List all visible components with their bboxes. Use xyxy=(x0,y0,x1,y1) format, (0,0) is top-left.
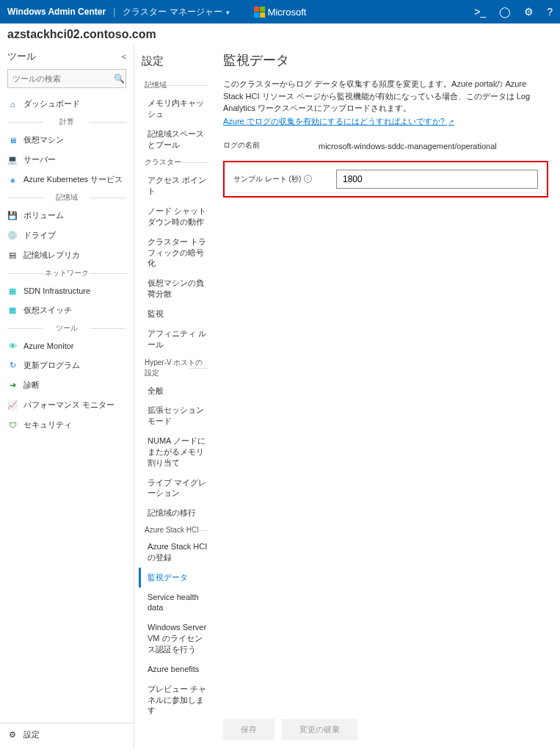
nav-aks[interactable]: ⎈Azure Kubernetes サービス xyxy=(0,170,134,189)
context-switcher[interactable]: クラスター マネージャー ▾ xyxy=(123,6,230,18)
set-node-shutdown[interactable]: ノード シャットダウン時の動作 xyxy=(139,201,211,232)
set-section-cluster: クラスター xyxy=(139,154,207,170)
set-ws-vm-lic[interactable]: Windows Server VM のライセンス認証を行う xyxy=(139,618,211,659)
nav-label: 診断 xyxy=(23,380,40,391)
help-icon[interactable]: ? xyxy=(547,6,553,18)
nav-vswitch[interactable]: ▩仮想スイッチ xyxy=(0,300,134,320)
header-brand: Microsoft xyxy=(254,7,307,18)
log-name-value: microsoft-windows-sddc-management/operat… xyxy=(223,142,548,151)
set-mem-cache[interactable]: メモリ内キャッシュ xyxy=(139,93,211,124)
set-hci-reg[interactable]: Azure Stack HCI の登録 xyxy=(139,537,211,568)
tools-header: ツール < xyxy=(0,47,134,69)
info-icon[interactable]: i xyxy=(304,175,312,183)
perfmon-icon: 📈 xyxy=(7,400,18,411)
settings-gear-icon[interactable]: ⚙ xyxy=(524,6,534,18)
kubernetes-icon: ⎈ xyxy=(7,175,18,185)
nav-label: サーバー xyxy=(23,154,56,165)
set-storage-space[interactable]: 記憶域スペースとプール xyxy=(139,124,211,155)
drive-icon: 💿 xyxy=(7,231,18,241)
monitor-icon: 👁 xyxy=(7,341,18,351)
action-bar: 保存 変更の破棄 xyxy=(223,719,357,740)
discard-button[interactable]: 変更の破棄 xyxy=(282,719,357,740)
nav-label: SDN Infrastructure xyxy=(23,286,90,295)
set-section-hyperv: Hyper-V ホストの設定 xyxy=(139,355,207,381)
nav-label: 仮想マシン xyxy=(23,134,64,145)
tools-title: ツール xyxy=(7,50,36,63)
nav-azmon[interactable]: 👁Azure Monitor xyxy=(0,336,134,355)
replica-icon: ▤ xyxy=(7,250,18,261)
footer-label: 設定 xyxy=(23,729,40,740)
external-link-icon: ↗ xyxy=(448,118,454,126)
nav-label: ダッシュボード xyxy=(23,98,80,109)
set-storage-mig[interactable]: 記憶域の移行 xyxy=(139,503,211,523)
microsoft-logo-icon xyxy=(254,7,265,18)
nav-settings-footer[interactable]: ⚙ 設定 xyxy=(0,723,134,746)
set-monitor-data[interactable]: 監視データ xyxy=(139,568,211,588)
sample-rate-label-group: サンプル レート (秒) i xyxy=(233,174,321,184)
gear-icon: ⚙ xyxy=(7,730,18,740)
sdn-icon: ▦ xyxy=(7,286,18,296)
chevron-down-icon: ▾ xyxy=(226,9,230,16)
log-name-field: ログの名前 microsoft-windows-sddc-management/… xyxy=(223,140,548,151)
nav-label: セキュリティ xyxy=(23,419,72,430)
save-button[interactable]: 保存 xyxy=(223,719,274,740)
nav-vm[interactable]: 🖥仮想マシン xyxy=(0,130,134,150)
nav-label: 記憶域レプリカ xyxy=(23,250,80,261)
section-tools: ツール xyxy=(7,323,126,333)
server-icon: 💻 xyxy=(7,155,18,165)
nav-security[interactable]: 🛡セキュリティ xyxy=(0,415,134,435)
home-icon: ⌂ xyxy=(7,99,18,109)
description-text: このクラスターからログ データを収集する頻度を変更します。Azure porta… xyxy=(223,78,548,115)
nav-storage-replica[interactable]: ▤記憶域レプリカ xyxy=(0,245,134,265)
nav-label: Azure Kubernetes サービス xyxy=(23,174,123,185)
vswitch-icon: ▩ xyxy=(7,306,18,316)
set-numa[interactable]: NUMA ノードにまたがるメモリ割り当て xyxy=(139,431,211,473)
nav-server[interactable]: 💻サーバー xyxy=(0,150,134,170)
set-az-benefits[interactable]: Azure benefits xyxy=(139,659,211,679)
nav-perfmon[interactable]: 📈パフォーマンス モニター xyxy=(0,395,134,415)
nav-sdn[interactable]: ▦SDN Infrastructure xyxy=(0,281,134,300)
settings-title: 設定 xyxy=(139,51,211,77)
context-label: クラスター マネージャー xyxy=(123,7,222,17)
notifications-icon[interactable]: ◯ xyxy=(499,6,511,18)
set-enh-session[interactable]: 拡張セッション モード xyxy=(139,400,211,431)
set-affinity[interactable]: アフィニティ ルール xyxy=(139,324,211,355)
top-header: Windows Admin Center | クラスター マネージャー ▾ Mi… xyxy=(0,0,560,24)
shield-icon: 🛡 xyxy=(7,420,18,430)
collapse-chevron-icon[interactable]: < xyxy=(122,52,126,61)
set-preview[interactable]: プレビュー チャネルに参加します xyxy=(139,679,211,721)
nav-drive[interactable]: 💿ドライブ xyxy=(0,225,134,245)
sample-rate-input[interactable] xyxy=(336,170,538,189)
nav-diag[interactable]: ➔診断 xyxy=(0,375,134,395)
search-icon: 🔍 xyxy=(114,73,125,84)
header-divider: | xyxy=(110,7,118,17)
tools-search[interactable]: 🔍 xyxy=(7,69,126,88)
help-link[interactable]: Azure でログの収集を有効にするにはどうすればよいですか? ↗ xyxy=(223,117,454,126)
nav-label: ボリューム xyxy=(23,210,64,221)
search-input[interactable] xyxy=(12,74,114,83)
set-general[interactable]: 全般 xyxy=(139,381,211,401)
set-traffic-enc[interactable]: クラスター トラフィックの暗号化 xyxy=(139,232,211,274)
section-compute: 計算 xyxy=(7,117,126,127)
nav-updates[interactable]: ↻更新プログラム xyxy=(0,355,134,375)
set-live-mig[interactable]: ライブ マイグレーション xyxy=(139,473,211,504)
set-section-storage: 記憶域 xyxy=(139,77,207,93)
set-monitoring[interactable]: 監視 xyxy=(139,304,211,324)
nav-volume[interactable]: 💾ボリューム xyxy=(0,206,134,225)
nav-dashboard[interactable]: ⌂ダッシュボード xyxy=(0,94,134,114)
set-svc-health[interactable]: Service health data xyxy=(139,588,211,618)
set-vm-lb[interactable]: 仮想マシンの負荷分散 xyxy=(139,273,211,304)
help-link-text: Azure でログの収集を有効にするにはどうすればよいですか? xyxy=(223,117,445,126)
cloud-shell-icon[interactable]: >_ xyxy=(474,6,486,18)
diag-icon: ➔ xyxy=(7,380,18,391)
settings-nav: 設定 記憶域 メモリ内キャッシュ 記憶域スペースとプール クラスター アクセス … xyxy=(134,44,211,749)
set-section-azurehci: Azure Stack HCI xyxy=(139,523,207,537)
nav-label: パフォーマンス モニター xyxy=(23,400,114,411)
header-actions: >_ ◯ ⚙ ? xyxy=(474,6,553,18)
set-access-point[interactable]: アクセス ポイント xyxy=(139,170,211,201)
tools-sidebar: ツール < 🔍 ⌂ダッシュボード 計算 🖥仮想マシン 💻サーバー ⎈Azure … xyxy=(0,44,134,749)
nav-label: 更新プログラム xyxy=(23,360,80,371)
product-name: Windows Admin Center xyxy=(7,7,106,17)
main-content: 監視データ このクラスターからログ データを収集する頻度を変更します。Azure… xyxy=(211,44,560,749)
nav-label: ドライブ xyxy=(23,230,56,241)
